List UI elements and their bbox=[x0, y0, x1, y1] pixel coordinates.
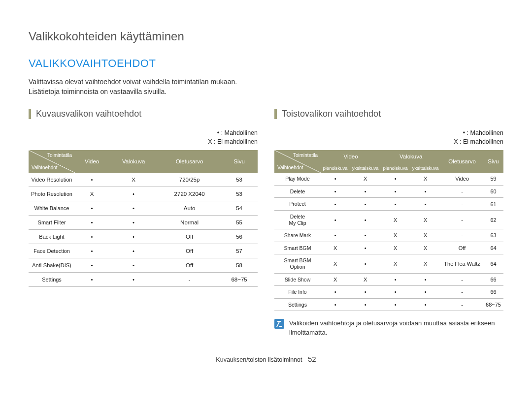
row-label: Delete bbox=[274, 185, 321, 198]
cell: • bbox=[75, 201, 109, 216]
sub-thumb-v: pienoiskuva bbox=[321, 163, 350, 173]
col-sivu: Sivu bbox=[221, 150, 258, 173]
diag-bot: Vaihtoehdot bbox=[32, 165, 58, 170]
group-valokuva: Valokuva bbox=[381, 150, 441, 163]
intro-line-1: Valittavissa olevat vaihtoehdot voivat v… bbox=[29, 78, 237, 86]
recording-menu-column: Kuvausvalikon vaihtoehdot • : Mahdolline… bbox=[29, 109, 258, 337]
cell: • bbox=[350, 242, 381, 254]
row-label: Play Mode bbox=[274, 173, 321, 185]
cell: • bbox=[321, 198, 350, 211]
cell: 53 bbox=[221, 187, 258, 201]
page-footer: Kuvauksen/toiston lisätoiminnot 52 bbox=[29, 355, 503, 363]
cell: • bbox=[321, 185, 350, 198]
cell: • bbox=[381, 286, 410, 299]
cell: • bbox=[321, 298, 350, 311]
playback-menu-heading: Toistovalikon vaihtoehdot bbox=[274, 109, 503, 120]
cell: 64 bbox=[483, 254, 503, 273]
cell: - bbox=[441, 298, 483, 311]
table-row: Video Resolution•X720/25p53 bbox=[29, 173, 258, 187]
cell: Normal bbox=[158, 216, 221, 230]
table-row: White Balance••Auto54 bbox=[29, 201, 258, 216]
cell: X bbox=[410, 242, 441, 254]
cell: Off bbox=[158, 258, 221, 273]
cell: • bbox=[109, 273, 158, 287]
cell: • bbox=[410, 198, 441, 211]
diag-header-right: Toimintatila Vaihtoehdot bbox=[274, 150, 321, 173]
cell: 55 bbox=[221, 216, 258, 230]
cell: • bbox=[410, 185, 441, 198]
cell: 63 bbox=[483, 229, 503, 242]
diag-bot-r: Vaihtoehdot bbox=[277, 165, 303, 170]
row-label: Anti-Shake(DIS) bbox=[29, 258, 75, 273]
col-oletusarvo-r: Oletusarvo bbox=[441, 150, 483, 173]
row-label: File Info bbox=[274, 286, 321, 299]
cell: 66 bbox=[483, 286, 503, 299]
section-heading: VALIKKOVAIHTOEHDOT bbox=[29, 57, 503, 70]
cell: 68~75 bbox=[221, 273, 258, 287]
table-row: Settings••-68~75 bbox=[29, 273, 258, 287]
table-row: Smart Filter••Normal55 bbox=[29, 216, 258, 230]
cell: X bbox=[381, 210, 410, 229]
cell: • bbox=[350, 229, 381, 242]
cell: X bbox=[109, 173, 158, 187]
col-sivu-r: Sivu bbox=[483, 150, 503, 173]
cell: X bbox=[381, 254, 410, 273]
table-row: Share Mark••XX-63 bbox=[274, 229, 503, 242]
cell: 58 bbox=[221, 258, 258, 273]
cell: • bbox=[109, 230, 158, 244]
cell: • bbox=[75, 244, 109, 258]
cell: 60 bbox=[483, 185, 503, 198]
svg-rect-2 bbox=[274, 319, 284, 329]
row-label: Smart BGMOption bbox=[274, 254, 321, 273]
cell: 54 bbox=[221, 201, 258, 216]
row-label: White Balance bbox=[29, 201, 75, 216]
cell: X bbox=[350, 273, 381, 286]
table-row: Anti-Shake(DIS)••Off58 bbox=[29, 258, 258, 273]
cell: Off bbox=[158, 230, 221, 244]
footer-page-number: 52 bbox=[308, 355, 316, 363]
cell: X bbox=[410, 229, 441, 242]
cell: • bbox=[75, 258, 109, 273]
cell: X bbox=[410, 254, 441, 273]
cell: X bbox=[350, 173, 381, 185]
row-label: Protect bbox=[274, 198, 321, 211]
cell: • bbox=[381, 185, 410, 198]
cell: 56 bbox=[221, 230, 258, 244]
row-label: DeleteMy Clip bbox=[274, 210, 321, 229]
row-label: Share Mark bbox=[274, 229, 321, 242]
page: Valikkokohteiden käyttäminen VALIKKOVAIH… bbox=[0, 0, 532, 373]
sub-single-v: yksittäiskuva bbox=[350, 163, 381, 173]
two-column-layout: Kuvausvalikon vaihtoehdot • : Mahdolline… bbox=[29, 109, 503, 337]
cell: • bbox=[321, 286, 350, 299]
footer-text: Kuvauksen/toiston lisätoiminnot bbox=[216, 356, 302, 363]
row-label: Back Light bbox=[29, 230, 75, 244]
diag-header-left: Toimintatila Vaihtoehdot bbox=[29, 150, 75, 173]
sub-thumb-p: pienoiskuva bbox=[381, 163, 410, 173]
cell: - bbox=[441, 273, 483, 286]
cell: • bbox=[350, 254, 381, 273]
cell: • bbox=[381, 173, 410, 185]
cell: X bbox=[381, 242, 410, 254]
col-valokuva: Valokuva bbox=[109, 150, 158, 173]
col-oletusarvo: Oletusarvo bbox=[158, 150, 221, 173]
cell: • bbox=[321, 210, 350, 229]
recording-menu-tbody: Video Resolution•X720/25p53Photo Resolut… bbox=[29, 173, 258, 287]
row-label: Smart Filter bbox=[29, 216, 75, 230]
cell: 66 bbox=[483, 273, 503, 286]
cell: - bbox=[441, 286, 483, 299]
legend-possible: • : Mahdollinen bbox=[217, 129, 258, 136]
cell: 59 bbox=[483, 173, 503, 185]
cell: The Flea Waltz bbox=[441, 254, 483, 273]
cell: • bbox=[350, 198, 381, 211]
cell: Video bbox=[441, 173, 483, 185]
cell: - bbox=[441, 210, 483, 229]
row-label: Slide Show bbox=[274, 273, 321, 286]
cell: • bbox=[321, 173, 350, 185]
cell: • bbox=[75, 173, 109, 187]
cell: X bbox=[75, 187, 109, 201]
cell: 53 bbox=[221, 173, 258, 187]
cell: X bbox=[410, 210, 441, 229]
table-row: Delete••••-60 bbox=[274, 185, 503, 198]
cell: 64 bbox=[483, 242, 503, 254]
cell: Off bbox=[158, 244, 221, 258]
